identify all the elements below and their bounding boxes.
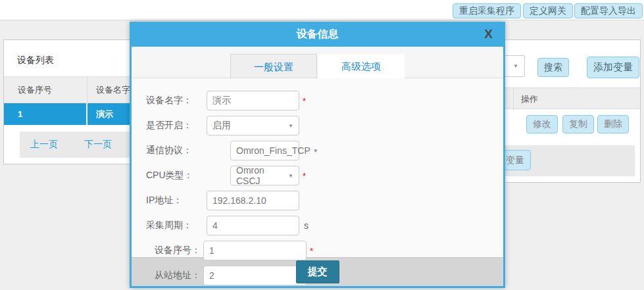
copy-button[interactable]: 复制 <box>562 115 594 133</box>
form-row-enabled: 是否开启： 启用 ▼ <box>146 113 318 138</box>
close-icon[interactable]: X <box>484 22 493 47</box>
cpu-type-select[interactable]: Omron CSCJ ▼ <box>230 166 299 185</box>
modal-header: 设备信息 X <box>132 22 503 47</box>
search-button[interactable]: 搜索 <box>537 58 569 77</box>
modify-button[interactable]: 修改 <box>526 115 558 133</box>
device-info-modal: 设备信息 X 一般设置 高级选项 设备名字： * 是否开启： 启用 ▼ 通信协议… <box>130 22 505 288</box>
device-name-input[interactable] <box>207 91 299 110</box>
form-row-cpu-type: CPU类型： Omron CSCJ ▼ * <box>146 163 318 188</box>
chevron-down-icon: ▼ <box>288 123 293 129</box>
required-asterisk: * <box>310 246 313 256</box>
device-name-label: 设备名字： <box>146 95 207 107</box>
protocol-select[interactable]: Omron_Fins_TCP ▼ <box>230 141 299 160</box>
column-header-operation: 操作 <box>521 88 538 110</box>
collect-period-label: 采集周期： <box>146 220 207 231</box>
prev-page-link[interactable]: 上一页 <box>30 139 58 151</box>
form-row-device-name: 设备名字： * <box>146 88 318 113</box>
device-serial-label: 设备序号： <box>155 245 203 256</box>
page: { "colors": { "accent_blue": "#3face2", … <box>0 0 644 290</box>
add-variable-button[interactable]: 添加变量 <box>587 57 639 78</box>
chevron-down-icon: ▼ <box>513 63 518 69</box>
collect-period-input[interactable] <box>207 216 299 235</box>
config-import-export-button[interactable]: 配置导入导出 <box>574 3 643 18</box>
ip-address-input[interactable] <box>207 191 299 210</box>
submit-button[interactable]: 提交 <box>296 260 339 283</box>
slave-address-input[interactable] <box>203 266 307 285</box>
enabled-select[interactable]: 启用 ▼ <box>207 116 299 135</box>
device-serial-input[interactable] <box>203 241 307 260</box>
enabled-select-value: 启用 <box>212 120 231 132</box>
cpu-type-label: CPU类型： <box>146 170 207 181</box>
form-row-ip-address: IP地址： <box>146 188 318 213</box>
protocol-label: 通信协议： <box>146 145 207 157</box>
required-asterisk: * <box>303 171 306 181</box>
slave-address-label: 从站地址： <box>155 270 203 281</box>
define-gateway-button[interactable]: 定义网关 <box>523 3 573 18</box>
collect-period-unit: s <box>304 220 309 231</box>
column-header-device-serial: 设备序号 <box>4 77 87 103</box>
enabled-label: 是否开启： <box>146 120 207 132</box>
modal-body: 设备名字： * 是否开启： 启用 ▼ 通信协议： Omron_Fins_TCP … <box>132 78 503 257</box>
tab-general-settings[interactable]: 一般设置 <box>230 54 317 78</box>
next-page-link[interactable]: 下一页 <box>84 139 112 151</box>
modal-title: 设备信息 <box>297 28 339 39</box>
chevron-down-icon: ▼ <box>288 173 293 179</box>
form-row-device-serial: 设备序号： * <box>155 238 332 263</box>
cpu-type-select-value: Omron CSCJ <box>236 165 285 186</box>
chevron-down-icon: ▼ <box>313 148 318 154</box>
tab-advanced-options[interactable]: 高级选项 <box>318 54 405 78</box>
modal-tab-bar: 一般设置 高级选项 <box>132 47 503 78</box>
delete-button[interactable]: 删除 <box>597 115 629 133</box>
form-row-collect-period: 采集周期： s <box>146 213 318 238</box>
protocol-select-value: Omron_Fins_TCP <box>236 145 310 156</box>
restart-collector-button[interactable]: 重启采集程序 <box>453 3 521 18</box>
top-toolbar: 重启采集程序 定义网关 配置导入导出 <box>0 0 644 20</box>
ip-address-label: IP地址： <box>146 195 207 206</box>
required-asterisk: * <box>303 96 306 106</box>
form-row-protocol: 通信协议： Omron_Fins_TCP ▼ <box>146 138 318 163</box>
device-serial-cell: 1 <box>4 103 87 125</box>
